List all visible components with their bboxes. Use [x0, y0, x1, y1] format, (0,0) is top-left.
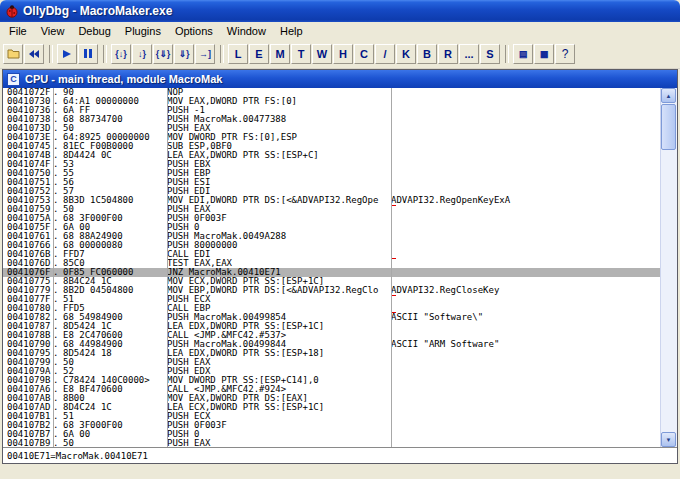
windows-button[interactable]: W [312, 44, 332, 64]
options-dialog-button[interactable]: ▤ [513, 44, 533, 64]
disasm-row[interactable]: 00410780.FFD5CALL EBPRegCloseKey [3, 304, 661, 313]
handles-button[interactable]: H [333, 44, 353, 64]
disasm-row[interactable]: 004107AD.8D4C24 1CLEA ECX,DWORD PTR SS:[… [3, 403, 661, 412]
references-button[interactable]: R [438, 44, 458, 64]
disasm-row[interactable]: 00410799.50PUSH EAX [3, 358, 661, 367]
hex-dump-cell: 81EC F00B0000 [63, 142, 167, 151]
analysis-mark-cell: . [53, 358, 63, 367]
analysis-mark-cell: . [53, 304, 63, 313]
analysis-mark-cell: . [53, 259, 63, 268]
comment-cell [391, 259, 661, 268]
disasm-row[interactable]: 004107B1.51PUSH ECX [3, 412, 661, 421]
disasm-row[interactable]: 0041076F.0F85 FC060000JNZ MacroMak.00410… [3, 268, 661, 277]
restart-button[interactable] [24, 44, 44, 64]
disasm-row[interactable]: 00410782.68 54984900PUSH MacroMak.004998… [3, 313, 661, 322]
pause-button[interactable] [78, 44, 98, 64]
execute-till-return-button[interactable]: →] [195, 44, 215, 64]
cpu-title-bar[interactable]: C CPU - main thread, module MacroMak [3, 70, 677, 88]
disasm-row[interactable]: 0041074F.53PUSH EBX [3, 160, 661, 169]
comment-cell [391, 439, 661, 447]
help-button[interactable]: ? [555, 44, 575, 64]
disasm-row[interactable]: 00410752.57PUSH EDI [3, 187, 661, 196]
disasm-row[interactable]: 0041076B.FFD7CALL EDIRegOpenKeyExA [3, 250, 661, 259]
menu-item-help[interactable]: Help [273, 24, 310, 38]
menu-item-window[interactable]: Window [220, 24, 273, 38]
disasm-row[interactable]: 00410790.68 44984900PUSH MacroMak.004998… [3, 340, 661, 349]
disasm-row[interactable]: 0041075A.68 3F000F00PUSH 0F003FAccess = … [3, 214, 661, 223]
title-bar[interactable]: OllyDbg - MacroMaker.exe [0, 0, 680, 22]
disasm-row[interactable]: 00410753.8B3D 1C504800MOV EDI,DWORD PTR … [3, 196, 661, 205]
run-button[interactable] [57, 44, 77, 64]
menu-item-plugins[interactable]: Plugins [118, 24, 168, 38]
comment-cell [391, 88, 661, 97]
comment-cell [391, 349, 661, 358]
disassembly-cell: PUSH 0 [167, 223, 391, 232]
disasm-row[interactable]: 0041072F.90NOP [3, 88, 661, 97]
disasm-row[interactable]: 0041073D.50PUSH EAX [3, 124, 661, 133]
disasm-row[interactable]: 0041079A.52PUSH EDX [3, 367, 661, 376]
disasm-row[interactable]: 0041073E.64:8925 00000000MOV DWORD PTR F… [3, 133, 661, 142]
scroll-down-button[interactable]: ▼ [661, 432, 676, 447]
disasm-row[interactable]: 004107AB.8B00MOV EAX,DWORD PTR DS:[EAX] [3, 394, 661, 403]
disasm-row[interactable]: 0041079B.C78424 140C0000>MOV DWORD PTR S… [3, 376, 661, 385]
disasm-row[interactable]: 00410795.8D5424 18LEA EDX,DWORD PTR SS:[… [3, 349, 661, 358]
disasm-row[interactable]: 00410738.68 88734700PUSH MacroMak.004773… [3, 115, 661, 124]
hex-dump-cell: 57 [63, 187, 167, 196]
execute-till-return-icon: →] [199, 49, 211, 59]
disasm-row[interactable]: 00410787.8D5424 1CLEA EDX,DWORD PTR SS:[… [3, 322, 661, 331]
scrollbar-thumb[interactable] [661, 104, 676, 150]
disasm-row[interactable]: 00410750.55PUSH EBP [3, 169, 661, 178]
disasm-row[interactable]: 00410775.8B4C24 1CMOV ECX,DWORD PTR SS:[… [3, 277, 661, 286]
menu-item-debug[interactable]: Debug [71, 24, 117, 38]
comment-cell [391, 430, 661, 439]
disasm-row[interactable]: 0041078B.E8 2C470600CALL <JMP.&MFC42.#53… [3, 331, 661, 340]
cpu-button[interactable]: C [354, 44, 374, 64]
step-into-button[interactable]: {↓} [111, 44, 131, 64]
toolbar-separator [49, 45, 53, 63]
disasm-row[interactable]: 00410730.64:A1 00000000MOV EAX,DWORD PTR… [3, 97, 661, 106]
executable-modules-button[interactable]: E [249, 44, 269, 64]
scroll-up-button[interactable]: ▲ [661, 88, 676, 103]
menu-item-view[interactable]: View [34, 24, 72, 38]
disasm-row[interactable]: 00410745.81EC F00B0000SUB ESP,0BF0 [3, 142, 661, 151]
toolbar-separator [505, 45, 509, 63]
disasm-row[interactable]: 00410766.68 00000080PUSH 80000000hKey = … [3, 241, 661, 250]
open-file-button[interactable] [3, 44, 23, 64]
animate-over-button[interactable]: ⇓} [174, 44, 194, 64]
breakpoints-button[interactable]: B [417, 44, 437, 64]
analysis-mark-cell: . [53, 331, 63, 340]
vertical-scrollbar[interactable]: ▲ ▼ [660, 88, 677, 447]
menu-item-file[interactable]: File [2, 24, 34, 38]
disassembly-cell: CALL <JMP.&MFC42.#924> [167, 385, 391, 394]
disasm-row[interactable]: 004107B9.50PUSH EAX [3, 439, 661, 447]
disasm-row[interactable]: 0041074B.8D4424 0CLEA EAX,DWORD PTR SS:[… [3, 151, 661, 160]
disasm-row[interactable]: 00410751.56PUSH ESI [3, 178, 661, 187]
disasm-row[interactable]: 004107B2.68 3F000F00PUSH 0F003F [3, 421, 661, 430]
source-button[interactable]: S [480, 44, 500, 64]
disasm-row[interactable]: 0041077F.51PUSH ECXhKey [3, 295, 661, 304]
disasm-row[interactable]: 00410761.68 88A24900PUSH MacroMak.0049A2… [3, 232, 661, 241]
disasm-row[interactable]: 0041075F.6A 00PUSH 0Reserved = 0 [3, 223, 661, 232]
step-over-button[interactable]: ↓} [132, 44, 152, 64]
disasm-row[interactable]: 00410779.8B2D 04504800MOV EBP,DWORD PTR … [3, 286, 661, 295]
run-trace-button[interactable]: ... [459, 44, 479, 64]
menu-item-options[interactable]: Options [168, 24, 220, 38]
disasm-row[interactable]: 004107B7.6A 00PUSH 0 [3, 430, 661, 439]
disasm-row[interactable]: 00410736.6A FFPUSH -1 [3, 106, 661, 115]
comment-cell [391, 394, 661, 403]
patches-button[interactable]: / [375, 44, 395, 64]
analysis-mark-cell: . [53, 142, 63, 151]
pause-icon [83, 49, 93, 58]
disasm-row[interactable]: 00410759.50PUSH EAXpHandle [3, 205, 661, 214]
appearance-button[interactable]: ▦ [534, 44, 554, 64]
disasm-row[interactable]: 004107A6.E8 BF470600CALL <JMP.&MFC42.#92… [3, 385, 661, 394]
address-cell: 0041076F [3, 268, 53, 277]
animate-into-button[interactable]: {⇓} [153, 44, 173, 64]
log-window-button[interactable]: L [228, 44, 248, 64]
threads-button[interactable]: T [291, 44, 311, 64]
call-stack-button[interactable]: K [396, 44, 416, 64]
memory-map-button[interactable]: M [270, 44, 290, 64]
disasm-row[interactable]: 0041076D.85C0TEST EAX,EAX [3, 259, 661, 268]
hex-dump-cell: 55 [63, 169, 167, 178]
comment-cell: Subkey = "Software" [391, 232, 661, 241]
